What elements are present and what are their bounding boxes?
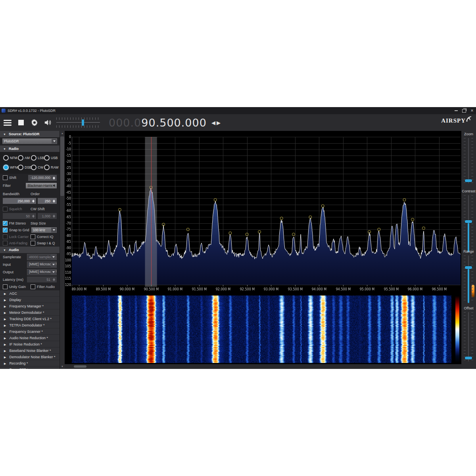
mode-cw[interactable]: CW (31, 165, 44, 170)
squelch-checkbox[interactable]: Squelch (3, 207, 29, 211)
range-slider[interactable] (464, 255, 473, 303)
panel-recording[interactable]: Recording * (0, 360, 60, 367)
correct-iq-checkbox[interactable]: Correct IQ (31, 234, 57, 239)
mode-am[interactable]: AM (18, 155, 31, 161)
scroll-down-icon[interactable]: ▼ (60, 364, 65, 369)
mode-usb[interactable]: USB (44, 155, 58, 161)
latency-value: 51 (47, 278, 50, 282)
frequency-scrollbar[interactable] (65, 364, 461, 369)
scrollbar-thumb[interactable] (60, 136, 64, 196)
source-device-select[interactable]: PlutoSDR (2, 138, 57, 144)
spinner-arrows-icon[interactable] (52, 277, 56, 282)
slider-thumb[interactable] (465, 179, 472, 182)
panel-label: AGC (9, 292, 17, 296)
audio-section-header[interactable]: Audio (0, 246, 60, 253)
radio-icon (44, 165, 50, 170)
latency-input[interactable]: 51 (27, 276, 57, 282)
restore-button[interactable] (460, 107, 468, 114)
audio-input-select[interactable]: [MME] Microsoft 声 (27, 261, 57, 268)
panel-meteor-demodulator[interactable]: Meteor Demodulator * (0, 309, 60, 316)
audio-output-select[interactable]: [MME] Microsoft 声 (27, 269, 57, 275)
panel-audio-noise-reduction[interactable]: Audio Noise Reduction * (0, 335, 60, 341)
shift-checkbox[interactable]: Shift (3, 175, 27, 180)
frequency-display[interactable]: 000.090.500.000 (109, 117, 207, 129)
radio-section-header[interactable]: Radio (0, 145, 60, 152)
settings-button[interactable] (29, 116, 40, 129)
filter-select[interactable]: Blackman-Harris 4 (26, 183, 57, 188)
radio-icon (18, 155, 23, 161)
step-size-label: Step Size (31, 221, 57, 225)
fm-stereo-checkbox[interactable]: FM Stereo (3, 221, 29, 226)
samplerate-label: Samplerate (3, 255, 25, 259)
volume-slider-thumb[interactable] (82, 119, 84, 126)
mode-wfm[interactable]: WFM (3, 165, 18, 170)
panel-display[interactable]: Display (0, 297, 60, 303)
bandwidth-input[interactable]: 250,000 (3, 198, 36, 204)
swap-iq-checkbox[interactable]: Swap I & Q (31, 241, 57, 246)
order-value: 250 (45, 199, 50, 203)
contrast-slider[interactable] (464, 195, 473, 252)
panel-tracking-dde-client-v1-2[interactable]: Tracking DDE Client v1.2 * (0, 316, 60, 322)
stop-button[interactable] (15, 116, 27, 129)
panel-agc[interactable]: AGC (0, 290, 60, 297)
tune-up-icon[interactable]: ▶ (217, 120, 221, 126)
offset-slider[interactable] (464, 312, 473, 361)
volume-slider[interactable] (56, 117, 100, 129)
mode-lsb[interactable]: LSB (31, 155, 44, 161)
panel-tetra-demodulator[interactable]: TETRA Demodulator * (0, 322, 60, 328)
spinner-arrows-icon[interactable] (52, 198, 56, 203)
cw-shift-label: CW Shift (31, 207, 57, 211)
audio-mute-button[interactable] (42, 116, 54, 129)
close-button[interactable]: × (468, 107, 476, 114)
shift-value-input[interactable]: -120,000,000 (28, 175, 57, 181)
mode-raw[interactable]: RAW (44, 165, 58, 170)
radio-icon (3, 155, 9, 161)
spinner-arrows-icon[interactable] (31, 198, 36, 203)
filter-audio-checkbox[interactable]: Filter Audio (31, 284, 57, 289)
panel-if-noise-reduction[interactable]: IF Noise Reduction * (0, 341, 60, 347)
spectrum-display[interactable] (65, 131, 461, 294)
panel-label: Baseband Noise Blanker * (9, 349, 51, 353)
slider-thumb[interactable] (465, 266, 472, 269)
slider-thumb[interactable] (465, 220, 472, 223)
radio-icon (31, 165, 36, 170)
checkbox-icon (31, 234, 35, 239)
slider-fill (468, 223, 469, 252)
panel-frequency-scanner[interactable]: Frequency Scanner * (0, 328, 60, 335)
audio-section-title: Audio (9, 248, 19, 252)
right-slider-panel: ZoomContrastRangeOffset (461, 131, 476, 369)
step-size-select[interactable]: 100 kHz (31, 227, 57, 233)
frequency-scrollbar-thumb[interactable] (74, 365, 86, 368)
mode-dsb[interactable]: DSB (18, 165, 31, 170)
spinner-arrows-icon (52, 213, 56, 219)
collapsed-panels-list: AGCDisplayFrequency Manager *Meteor Demo… (0, 290, 60, 369)
waterfall-display[interactable] (65, 294, 461, 364)
checkbox-icon (31, 284, 35, 289)
order-input[interactable]: 250 (38, 198, 57, 204)
panel-demodulator-noise-blanker[interactable]: Demodulator Noise Blanker * (0, 354, 60, 360)
spinner-arrows-icon[interactable] (52, 175, 56, 180)
snap-to-grid-checkbox[interactable]: Snap to Grid (3, 228, 30, 232)
expand-triangle-icon (4, 342, 6, 346)
minimize-button[interactable] (452, 107, 460, 114)
checkbox-icon (3, 207, 8, 211)
zoom-slider[interactable] (464, 138, 473, 183)
source-section-header[interactable]: Source: PlutoSDR (0, 131, 60, 137)
source-device-value: PlutoSDR (4, 139, 19, 143)
mode-nfm[interactable]: NFM (3, 155, 18, 161)
menu-button[interactable] (2, 116, 13, 129)
collapse-triangle-icon (3, 132, 6, 136)
panel-baseband-noise-blanker[interactable]: Baseband Noise Blanker * (0, 347, 60, 354)
panel-frequency-manager[interactable]: Frequency Manager * (0, 303, 60, 309)
panel-zoom-fft[interactable]: Zoom FFT * (0, 367, 60, 369)
filter-label: Filter (3, 184, 24, 188)
slider-thumb[interactable] (465, 357, 472, 359)
lock-carrier-checkbox[interactable]: Lock Carrier (3, 234, 29, 239)
airspy-logo: AIRSPY (441, 117, 472, 124)
unity-gain-checkbox[interactable]: Unity Gain (3, 284, 29, 289)
anti-fading-checkbox[interactable]: Anti-Fading (3, 241, 29, 246)
scroll-up-icon[interactable]: ▲ (60, 131, 65, 136)
tune-down-icon[interactable]: ◀ (211, 120, 215, 126)
filter-audio-label: Filter Audio (37, 285, 55, 289)
panel-scrollbar[interactable]: ▲ ▼ (60, 131, 65, 369)
